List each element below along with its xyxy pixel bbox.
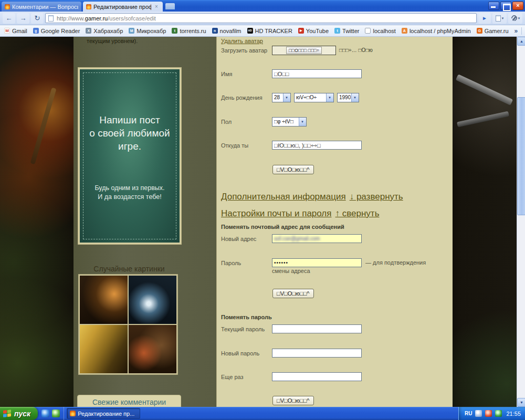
tray-icon-3[interactable]	[495, 410, 502, 417]
window-titlebar: Комментарии — Вопросы ... Редактирование…	[0, 0, 525, 12]
minimize-button[interactable]	[488, 2, 499, 10]
microhabr-icon: М	[129, 28, 134, 34]
chevron-down-icon	[518, 16, 520, 20]
save-profile-button[interactable]: □V□O□ю□□^	[272, 165, 314, 174]
start-label: пуск	[14, 410, 30, 418]
language-indicator[interactable]: RU	[465, 411, 472, 416]
url-text: http://www.gamer.ru/users/sofcase/edit	[57, 15, 156, 22]
new-password-input[interactable]	[272, 349, 362, 358]
fresh-comments-title: Свежие комментарии	[92, 398, 166, 406]
additional-info-toggle[interactable]: Дополнительная информация	[221, 192, 346, 202]
reload-button[interactable]	[31, 13, 44, 24]
tray-icon-1[interactable]	[475, 410, 482, 417]
address-bar[interactable]: http://www.gamer.ru/users/sofcase/edit	[45, 13, 477, 23]
change-password-button[interactable]: □V□O□ю□□^	[272, 396, 314, 405]
chevron-down-icon	[351, 93, 359, 102]
name-input[interactable]	[272, 69, 362, 78]
promo-headline: Напиши пост о своей любимой игре.	[80, 113, 180, 153]
quick-launch-icon-2[interactable]	[52, 410, 60, 417]
location-label: Откуда ты	[221, 141, 248, 150]
bookmark-novafilm[interactable]: nnovafilm	[212, 28, 242, 34]
bookmark-youtube[interactable]: ▶YouTube	[298, 28, 329, 34]
forward-button[interactable]	[17, 13, 29, 24]
mail-settings-toggle[interactable]: Настройки почты и пароля	[221, 208, 332, 218]
random-picture-2[interactable]	[129, 276, 176, 324]
birthday-month-select[interactable]: юV÷□O÷	[294, 93, 334, 102]
current-password-input[interactable]	[272, 324, 362, 333]
desktop: Комментарии — Вопросы ... Редактирование…	[0, 0, 525, 420]
mail-settings-heading: Настройки почты и пароля↑ свернуть	[221, 208, 380, 219]
page-scrollbar[interactable]	[517, 37, 525, 407]
bookmark-label: localhost / phpMyAdmin	[410, 28, 471, 34]
random-picture-1[interactable]	[80, 276, 128, 324]
tab-close-icon[interactable]	[153, 4, 160, 10]
scrollbar-thumb[interactable]	[517, 97, 525, 215]
bookmark-google-reader[interactable]: gGoogle Reader	[33, 28, 80, 34]
random-pictures-grid	[78, 274, 178, 375]
bookmark-label: Twitter	[342, 28, 359, 34]
birthday-day-select[interactable]: 28	[272, 93, 291, 102]
window-controls	[488, 2, 523, 10]
avatar-browse-button[interactable]: □□O□□□ □□□÷	[286, 47, 322, 54]
bookmark-twitter[interactable]: tTwitter	[334, 28, 359, 34]
twitter-icon: t	[334, 28, 340, 34]
taskbar-window-button[interactable]: Редактирование пр...	[67, 408, 140, 419]
bookmark-torrents[interactable]: ttorrents.ru	[172, 28, 206, 34]
tools-menu-button[interactable]	[508, 13, 522, 24]
bookmark-label: localhost	[373, 28, 395, 34]
delete-avatar-link[interactable]: Удалить аватар	[221, 38, 263, 44]
tray-icon-2[interactable]	[485, 410, 492, 417]
page-menu-button[interactable]	[492, 13, 507, 24]
bookmark-hd-tracker[interactable]: HDHD TRACKER	[247, 28, 292, 34]
bookmark-label: novafilm	[220, 28, 242, 34]
fresh-comments-header: Свежие комментарии	[77, 395, 181, 407]
birthday-year-select[interactable]: 1990	[337, 93, 359, 102]
task-label: Редактирование пр...	[78, 411, 134, 417]
bookmark-label: YouTube	[306, 28, 329, 34]
bookmark-label: Микрохабр	[136, 28, 166, 34]
random-picture-3[interactable]	[80, 325, 128, 373]
novafilm-icon: n	[212, 28, 218, 34]
bookmark-habrahabr[interactable]: ХХабрахабр	[86, 28, 123, 34]
bookmark-localhost[interactable]: localhost	[365, 28, 395, 34]
expand-link[interactable]: ↓ развернуть	[350, 192, 403, 202]
location-row: Откуда ты	[217, 141, 453, 150]
bookmark-label: Хабрахабр	[93, 28, 123, 34]
bookmark-gmail[interactable]: MGmail	[4, 28, 27, 34]
chevron-down-icon	[299, 118, 306, 126]
name-label: Имя	[221, 69, 232, 79]
new-tab-button[interactable]	[165, 3, 175, 9]
random-picture-4[interactable]	[129, 325, 176, 373]
repeat-password-input[interactable]	[272, 372, 362, 381]
close-button[interactable]	[512, 2, 523, 10]
bookmark-phpmyadmin[interactable]: Alocalhost / phpMyAdmin	[402, 28, 471, 34]
tab-label: Комментарии — Вопросы ...	[12, 4, 78, 10]
scroll-up-button[interactable]	[517, 37, 525, 46]
bookmark-gamer-ru[interactable]: GGamer.ru	[477, 28, 509, 34]
repeat-password-label: Еще раз	[221, 372, 244, 382]
browser-tab-comments[interactable]: Комментарии — Вопросы ...	[2, 2, 81, 12]
random-pictures-title: Случайные картинки	[74, 265, 185, 273]
avatar-file-input[interactable]: □□O□□□ □□□÷	[272, 46, 336, 55]
back-button[interactable]	[3, 13, 15, 24]
bookmark-microhabr[interactable]: ММикрохабр	[129, 28, 166, 34]
scroll-down-button[interactable]	[517, 398, 525, 407]
name-row: Имя	[217, 69, 453, 79]
location-input[interactable]	[272, 141, 362, 150]
avatar-file-hint: □□□÷… □O□ю	[339, 46, 373, 55]
tab-label: Редактирование профил...	[93, 4, 151, 10]
browser-tab-profile-edit[interactable]: Редактирование профил...	[83, 2, 163, 12]
start-button[interactable]: пуск	[0, 407, 38, 420]
promo-banner[interactable]: Напиши пост о своей любимой игре. Будь о…	[78, 67, 182, 245]
new-address-label: Новый адрес	[221, 234, 256, 244]
maximize-button[interactable]	[500, 2, 511, 10]
gender-select[interactable]: □φ ÷ℓV□	[272, 117, 307, 127]
confirm-email-button[interactable]: □V□O□ю□□^	[272, 289, 314, 298]
quick-launch-icon-1[interactable]	[41, 410, 49, 417]
taskbar: пуск Редактирование пр... RU 21:55	[0, 407, 525, 420]
email-password-input[interactable]: ••••••	[272, 258, 362, 267]
collapse-link[interactable]: ↑ свернуть	[335, 208, 380, 218]
bookmarks-overflow-chevron[interactable]: »	[514, 27, 518, 35]
new-address-input[interactable]: sof.cse@gmail.com	[272, 234, 362, 243]
go-button[interactable]	[478, 13, 491, 24]
